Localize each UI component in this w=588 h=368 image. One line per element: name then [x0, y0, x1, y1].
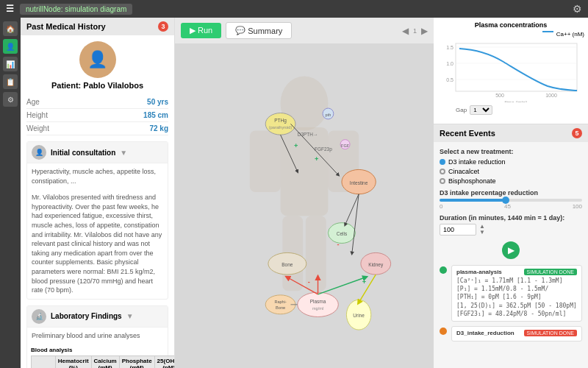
nav-user[interactable]: 👤 — [3, 39, 18, 54]
slider-track — [440, 199, 582, 202]
svg-rect-2 — [250, 131, 281, 192]
lab-subtitle: Preliminary blood and urine analyses — [27, 328, 168, 344]
patient-height-field: Height 185 cm — [26, 109, 168, 122]
list-item: plasma-analysis SIMULATION DONE [Ca²⁺]₁ … — [440, 265, 582, 322]
svg-text:1.0: 1.0 — [446, 61, 453, 66]
svg-text:Bone: Bone — [282, 262, 293, 267]
svg-text:pth: pth — [326, 113, 331, 117]
top-bar: ☰ nutrillNode: simulation diagram ⚙ — [0, 0, 588, 18]
treatment-option-bisphosphonate[interactable]: Bisphosphonate — [440, 177, 582, 185]
nav-chart[interactable]: 📊 — [3, 57, 18, 71]
event-dot-orange — [440, 328, 447, 335]
event-badge-done: SIMULATION DONE — [524, 269, 577, 275]
lab-findings-header[interactable]: 🔬 Laboratory Findings ▼ — [27, 306, 168, 328]
blood-analysis-label: Blood analysis Hematocrit (%) Calcium (m… — [27, 344, 168, 368]
list-item: D3_intake_reduction SIMULATION DONE — [440, 326, 582, 342]
sidebar-title: Past Medical History — [26, 22, 106, 31]
event-content-plasma: plasma-analysis SIMULATION DONE [Ca²⁺]₁ … — [451, 265, 582, 322]
blood-col-hct: Hematocrit (%) — [55, 356, 91, 368]
svg-text:+: + — [294, 142, 298, 149]
treatment-label: Select a new treatment: — [440, 148, 582, 155]
age-label: Age — [26, 98, 40, 106]
svg-text:-: - — [337, 241, 339, 248]
nav-list[interactable]: 📋 — [3, 74, 18, 89]
run-button[interactable]: ▶ Run — [181, 23, 221, 38]
gap-select[interactable]: 1 5 10 — [470, 105, 492, 115]
sidebar-badge: 3 — [158, 21, 168, 32]
svg-text:mg/ml: mg/ml — [312, 306, 323, 311]
svg-text:0.5: 0.5 — [446, 77, 453, 82]
run-btn-container: ▶ — [440, 241, 582, 259]
initial-subtitle: Hyperactivity, muscle aches, appetite lo… — [27, 163, 168, 189]
summary-button[interactable]: 💬 Summary — [226, 22, 292, 39]
gap-label: Gap — [456, 107, 467, 113]
svg-text:time (min): time (min) — [504, 100, 527, 102]
chat-icon: 💬 — [235, 26, 245, 35]
blood-col-ph: Phosphate (mM) — [119, 356, 154, 368]
svg-text:Bone: Bone — [276, 305, 285, 310]
slider-labels: 0 45 100 — [440, 203, 582, 210]
slider-fill — [440, 199, 503, 202]
nav-icons: 🏠 👤 📊 📋 ⚙ — [0, 18, 21, 368]
plasma-chart-legend: Ca++ (nM) — [437, 31, 584, 38]
spinner-down[interactable]: ▼ — [479, 230, 485, 236]
avatar: 👤 — [79, 41, 116, 78]
initial-consultation-header[interactable]: 👤 Initial consultation ▼ — [27, 142, 168, 163]
blood-col-ca: Calcium (mM) — [91, 356, 119, 368]
event-list: plasma-analysis SIMULATION DONE [Ca²⁺]₁ … — [440, 265, 582, 342]
lab-findings-section: 🔬 Laboratory Findings ▼ Preliminary bloo… — [26, 305, 168, 368]
height-value: 185 cm — [143, 111, 168, 119]
slider-value: 45 — [504, 203, 511, 210]
event-body-plasma: [Ca²⁺]₁ = 1.71mM [1.1 - 1.3mM] [P₁] = 1.… — [456, 277, 577, 318]
svg-text:Cells: Cells — [337, 231, 347, 236]
diagram-area: PTHg (parathyroid) Intestine Cells Bone … — [175, 43, 434, 368]
treatment-option-d3[interactable]: D3 intake reduction — [440, 158, 582, 166]
weight-label: Weight — [26, 124, 49, 132]
active-tab[interactable]: nutrillNode: simulation diagram — [20, 4, 132, 15]
summary-label: Summary — [248, 26, 282, 35]
run-icon-button[interactable]: ▶ — [502, 241, 520, 259]
app-logo: ☰ — [6, 4, 14, 14]
event-content-d3: D3_intake_reduction SIMULATION DONE — [451, 326, 582, 342]
bisphosphonate-label: Bisphosphonate — [448, 177, 496, 185]
duration-input[interactable] — [440, 224, 476, 236]
nav-prev-icon[interactable]: ◀ — [402, 26, 409, 36]
svg-text:1000: 1000 — [545, 93, 557, 98]
main-layout: 🏠 👤 📊 📋 ⚙ Past Medical History 3 👤 Patie… — [0, 18, 588, 368]
legend-label: Ca++ (nM) — [556, 31, 584, 38]
plasma-chart-title: Plasma concentrations — [437, 21, 584, 29]
svg-text:PTHg: PTHg — [274, 118, 287, 124]
treatment-options: D3 intake reduction Cinacalcet Bisphosph… — [440, 158, 582, 185]
duration-label: Duration (in minutes, 1440 min = 1 day): — [440, 214, 582, 222]
patient-weight-field: Weight 72 kg — [26, 122, 168, 135]
patient-name: Patient: Pablo Vilalobos — [26, 81, 168, 90]
svg-text:(parathyroid): (parathyroid) — [269, 125, 293, 130]
slider-container[interactable]: 0 45 100 — [440, 199, 582, 210]
gap-control: Gap 1 5 10 — [437, 104, 584, 115]
recent-events-panel: Recent Events 5 Select a new treatment: … — [434, 124, 588, 368]
svg-rect-1 — [281, 127, 329, 216]
blood-col-vd: 25(OH)D (nM) — [154, 356, 174, 368]
event-title-row-d3: D3_intake_reduction SIMULATION DONE — [456, 330, 577, 336]
recent-events-title: Recent Events — [440, 129, 495, 138]
duration-spinner: ▲ ▼ — [479, 224, 485, 236]
radio-d3-selected — [440, 159, 445, 165]
settings-icon[interactable]: ⚙ — [573, 3, 582, 15]
recent-events-header: Recent Events 5 — [434, 124, 588, 142]
event-title-row: plasma-analysis SIMULATION DONE — [456, 269, 577, 275]
expand-lab[interactable]: ▼ — [126, 312, 134, 320]
radio-cinacalcet — [440, 169, 445, 174]
svg-text:-: - — [308, 278, 310, 286]
nav-home[interactable]: 🏠 — [3, 21, 18, 36]
recent-events-body: Select a new treatment: D3 intake reduct… — [434, 142, 588, 368]
nav-counter: 1 — [413, 27, 417, 35]
blood-label: Blood analysis — [31, 347, 164, 353]
lab-icon: 🔬 — [32, 309, 46, 324]
left-sidebar: Past Medical History 3 👤 Patient: Pablo … — [21, 18, 175, 368]
recent-events-badge: 5 — [572, 128, 582, 138]
event-title-d3: D3_intake_reduction — [456, 330, 514, 336]
expand-initial[interactable]: ▼ — [120, 149, 127, 157]
nav-next-icon[interactable]: ▶ — [421, 26, 428, 36]
nav-settings[interactable]: ⚙ — [3, 92, 18, 107]
treatment-option-cinacalcet[interactable]: Cinacalcet — [440, 168, 582, 175]
